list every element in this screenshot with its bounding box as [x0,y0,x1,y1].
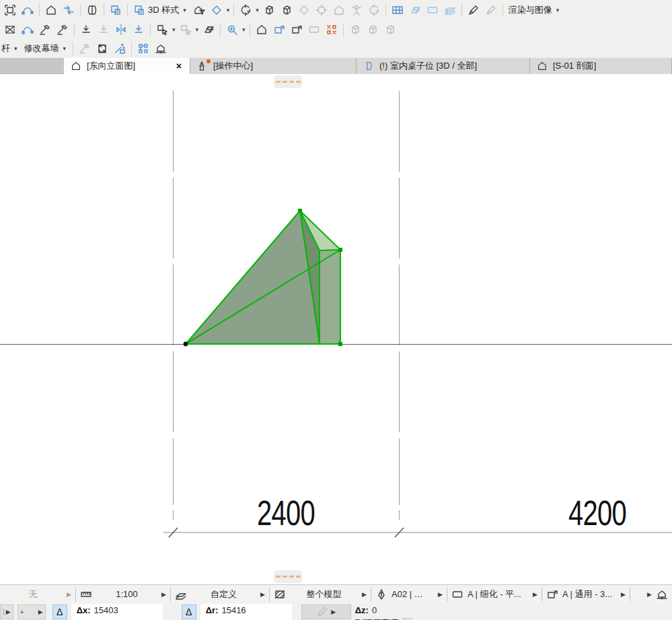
roof-tool-button[interactable] [42,2,60,18]
home-view-button[interactable] [253,22,270,38]
model-face-main[interactable] [186,211,320,344]
section-3d-button[interactable] [295,2,313,18]
inject-parameters-button[interactable] [177,22,194,38]
capture-image-icon [4,4,16,16]
editing-plane-button[interactable] [424,2,441,18]
delta-toggle-x[interactable]: Δ [52,605,67,619]
top-pan-marker[interactable] [274,75,302,88]
statusbar-overflow[interactable]: ▶ [630,585,672,603]
clip-elements-button[interactable] [305,22,323,38]
tab-east-elevation[interactable]: [东向立面图] × [64,58,190,74]
filter-elements-3d-button[interactable] [190,2,208,18]
render-image-button[interactable]: 渲染与图像 ▾ [506,2,564,18]
morph-option-2-button[interactable] [364,22,381,38]
dash-icon [276,81,281,83]
home-view-3d-button[interactable] [330,2,348,18]
look-to-button[interactable] [313,2,330,18]
adjust-hammer-icon [39,24,51,36]
dx-field[interactable]: Δx: 15403 Δy: 634 [71,604,163,620]
tilted-grid-button[interactable] [406,2,424,18]
dimension-style-selector[interactable]: A | 细化 - 平... ▶ [447,585,542,603]
curtain-wall-icon [86,4,98,16]
orbit-button[interactable] [237,2,254,18]
align-plane-button[interactable] [200,22,217,38]
tracker-add-button[interactable]: + ▶ [17,605,46,619]
tab-interior-table-3d[interactable]: (!) 室内桌子位 [3D / 全部] [357,58,530,74]
add-current-view-button[interactable] [270,22,288,38]
cutting-plane-button[interactable] [208,2,225,18]
tab-s01-section[interactable]: [S-01 剖面] [530,58,672,74]
project-to-story-button[interactable] [95,22,112,38]
magic-wand-settings-button[interactable] [111,40,128,57]
marquee-button[interactable] [1,22,19,38]
swap-xo-button[interactable] [323,22,340,38]
model-element[interactable] [184,209,342,346]
delta-toggle-r[interactable]: Δ [182,605,196,619]
copy-settings-button[interactable] [107,2,124,18]
trace-reference-button[interactable] [441,2,459,18]
pick-up-parameters-button[interactable] [153,22,171,38]
drop-to-story-button[interactable] [77,22,95,38]
pen-set-selector[interactable]: A02 | 黑灰 - ... ▶ [371,585,447,603]
clip-icon [308,24,320,36]
story-settings-button[interactable] [152,40,170,57]
render-image-label: 渲染与图像 [509,4,552,16]
dr-label: Δr: [206,605,219,615]
adjust-elements-button[interactable] [36,22,54,38]
dash-icon [283,576,287,578]
chevron-down-icon[interactable]: ▾ [242,26,246,33]
morph-option-3-button[interactable] [381,22,399,38]
layer-combination-selector[interactable]: 自定义 ▶ [171,585,269,603]
close-icon[interactable]: × [174,61,184,71]
3d-style-button[interactable]: 3D 样式 ▾ [130,2,190,18]
chevron-down-icon[interactable]: ▾ [196,26,199,33]
chevron-right-icon: ▶ [331,609,336,615]
scale-selector[interactable]: 1:100 ▶ [76,585,170,603]
send-view-button[interactable] [288,22,305,38]
zoom-selection-button[interactable] [223,22,241,38]
modify-roof-button[interactable] [54,22,71,38]
drawing-canvas[interactable]: 2400 4200 [0,74,672,584]
dr-field[interactable]: Δr: 15416 α: 2.23° [200,604,292,620]
modify-curtain-wall-dropdown[interactable]: 修改幕墙 ▾ [22,40,71,57]
relative-height-button[interactable]: ▶ [402,618,412,620]
rail-dropdown[interactable]: 杆 ▾ [1,40,22,57]
polygon-edit-button[interactable] [19,22,36,38]
sync-settings-button[interactable] [94,40,111,57]
model-face-column[interactable] [320,250,340,344]
perspective-view-button[interactable] [260,2,278,18]
mirror-button[interactable] [112,22,130,38]
z-reference-button[interactable]: ▶ [301,605,351,619]
stretch-arrows-button[interactable] [60,2,77,18]
tab-action-center[interactable]: [操作中心] [190,58,357,74]
quick-options-selector[interactable]: 无 ▶ [0,585,75,603]
surface-paint-button[interactable] [465,2,482,18]
chevron-down-icon[interactable]: ▾ [256,7,259,13]
chevron-down-icon[interactable]: ▾ [227,7,230,13]
morph-option-1-button[interactable] [346,22,364,38]
orbit-reset-button[interactable] [365,2,383,18]
tracker-options-button[interactable]: ⁞ ▶ [0,605,13,619]
dimension-value-left[interactable]: 2400 [257,493,315,532]
model-filter-selector[interactable]: 整个模型 ▶ [270,585,371,603]
toolbar-row-2: ▾ ▾ ▾ [0,20,672,39]
chevron-right-icon: ▶ [533,591,537,598]
hammer-disabled-button[interactable] [76,40,94,57]
orbit-reset-icon [368,4,380,16]
dz-field[interactable]: Δz: 0 到顶层高度 ▶ [355,604,412,620]
elevate-button[interactable] [130,22,147,38]
dimension-annotation[interactable]: 2400 4200 [163,493,672,537]
axonometry-view-button[interactable] [278,2,295,18]
camera-tool-button[interactable] [348,2,365,18]
curtain-wall-button[interactable] [83,2,101,18]
bottom-pan-marker[interactable] [274,570,302,583]
dimension-value-right[interactable]: 4200 [568,493,626,532]
capture-image-button[interactable] [1,2,19,18]
chevron-right-icon: ▶ [38,609,43,615]
spline-tool-button[interactable] [19,2,36,18]
grid-overlay-button[interactable] [389,2,406,18]
node-settings-button[interactable] [135,40,152,57]
marker-style-selector[interactable]: A | 通用 - 3... ▶ [542,585,630,603]
chevron-down-icon[interactable]: ▾ [172,26,176,33]
paint-settings-button[interactable] [482,2,500,18]
